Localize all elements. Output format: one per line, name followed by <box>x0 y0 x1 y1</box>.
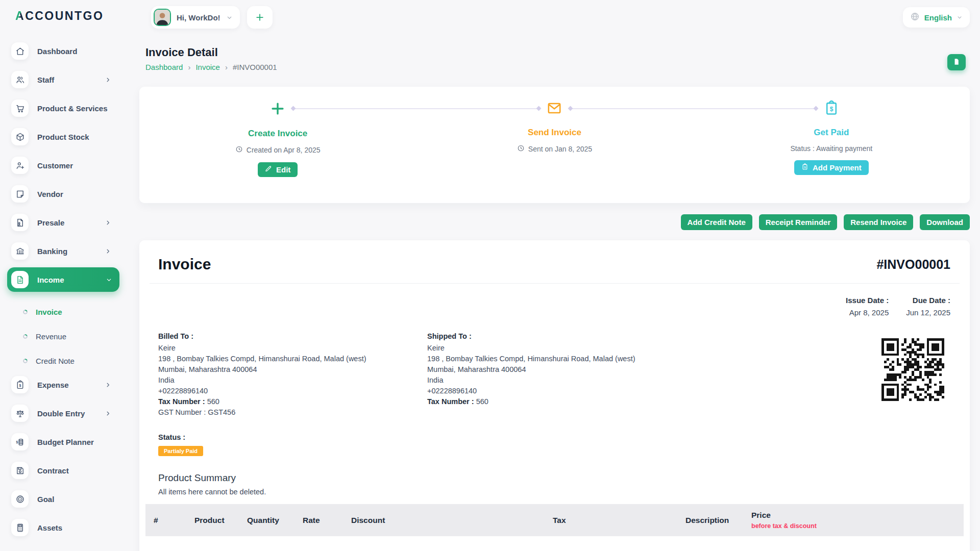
svg-text:$: $ <box>804 166 805 169</box>
issue-date-value: Apr 8, 2025 <box>846 308 889 317</box>
breadcrumb-separator: › <box>225 63 228 71</box>
sidebar-item-double-entry[interactable]: Double Entry <box>11 405 122 422</box>
cell-tax: CGST (5.5%)$8.25 <box>545 536 677 551</box>
stepper-connector <box>571 108 816 109</box>
invoice-stepper: Create InvoiceCreated on Apr 8, 2025Edit… <box>139 87 970 203</box>
pencil-icon <box>265 165 272 174</box>
cube-icon <box>11 128 29 145</box>
sidebar-item-goal[interactable]: Goal <box>11 490 122 508</box>
user-menu[interactable]: Hi, WorkDo! <box>151 6 240 29</box>
download-button[interactable]: Download <box>920 214 970 230</box>
svg-text:$: $ <box>16 440 18 444</box>
sidebar-item-banking[interactable]: Banking <box>11 242 122 260</box>
invoice-dates: Issue Date : Apr 8, 2025 Due Date : Jun … <box>139 284 970 317</box>
step-title: Get Paid <box>814 128 849 138</box>
party-line: +02228896140 <box>427 386 696 396</box>
page-title: Invoice Detail <box>145 46 970 59</box>
sidebar-item-label: Vendor <box>37 190 63 198</box>
sidebar-subitem-invoice[interactable]: Invoice <box>11 299 122 324</box>
plus-icon <box>255 12 265 22</box>
sidebar-item-income[interactable]: Income <box>7 267 119 292</box>
sidebar-item-product-stock[interactable]: Product Stock <box>11 128 122 145</box>
chevron-down-icon <box>226 14 233 21</box>
sidebar-item-label: Dashboard <box>37 47 77 56</box>
product-summary: Product Summary All items here cannot be… <box>139 472 970 496</box>
resend-invoice-button[interactable]: Resend Invoice <box>844 214 913 230</box>
clipboard-dollar-icon: $ <box>11 376 29 393</box>
chevron-right-icon <box>105 248 111 255</box>
sidebar-item-label: Product Stock <box>37 133 89 141</box>
cell-product: Bicycle parts <box>186 536 239 551</box>
sidebar-subitem-label: Revenue <box>36 332 66 341</box>
breadcrumb-link-invoice[interactable]: Invoice <box>195 63 220 71</box>
sidebar-item-contract[interactable]: Contract <box>11 462 122 479</box>
app-logo[interactable]: ACCOUNTGO <box>15 9 122 23</box>
due-date: Due Date : Jun 12, 2025 <box>906 296 950 317</box>
logo-text: CCOUNTGO <box>25 9 104 22</box>
sidebar-item-product-services[interactable]: Product & Services <box>11 99 122 117</box>
invoice-document: Invoice #INVO00001 Issue Date : Apr 8, 2… <box>139 240 970 551</box>
add-credit-note-button[interactable]: Add Credit Note <box>681 214 752 230</box>
column-header-product: Product <box>186 504 239 536</box>
sidebar-item-label: Income <box>37 276 64 284</box>
breadcrumb-separator: › <box>188 63 190 71</box>
cell-quantity: 1 (Inch) <box>239 536 295 551</box>
column-header-: # <box>145 504 186 536</box>
step-title: Create Invoice <box>248 129 307 139</box>
sidebar-item-label: Staff <box>37 76 54 84</box>
party-line: India <box>427 375 696 386</box>
add-payment-button[interactable]: $Add Payment <box>794 160 869 175</box>
chevron-down-icon <box>106 277 112 283</box>
issue-date: Issue Date : Apr 8, 2025 <box>846 296 889 317</box>
ring-icon <box>22 334 28 339</box>
step-meta-text: Created on Apr 8, 2025 <box>247 146 321 154</box>
chevron-right-icon <box>105 219 111 226</box>
clock-icon <box>235 145 243 155</box>
party-line: 198 , Bombay Talkies Compd, Himanshurai … <box>158 354 427 364</box>
step-meta: Status : Awaiting payment <box>790 144 872 153</box>
party-extra: Tax Number : 560 <box>427 396 696 407</box>
party-line: 198 , Bombay Talkies Compd, Himanshurai … <box>427 354 696 364</box>
sidebar-item-label: Goal <box>37 495 54 504</box>
sidebar-item-staff[interactable]: Staff <box>11 71 122 88</box>
invoice-header: Invoice #INVO00001 <box>139 240 970 283</box>
logo-first-letter: A <box>15 9 25 22</box>
coins-icon: $ <box>11 433 29 450</box>
sidebar-item-customer[interactable]: Customer <box>11 157 122 174</box>
ring-icon <box>22 358 28 364</box>
product-summary-note: All items here cannot be deleted. <box>158 488 951 496</box>
breadcrumb-link-dashboard[interactable]: Dashboard <box>145 63 183 71</box>
language-selector[interactable]: English <box>903 7 970 28</box>
party-extra: GST Number : GST456 <box>158 407 427 418</box>
sidebar-item-presale[interactable]: Presale <box>11 214 122 231</box>
sidebar-item-vendor[interactable]: Vendor <box>11 185 122 203</box>
sidebar-item-dashboard[interactable]: Dashboard <box>11 42 122 60</box>
sidebar-item-budget-planner[interactable]: $Budget Planner <box>11 433 122 450</box>
cell-price: $150.00 <box>743 536 964 551</box>
step-send-invoice: Send InvoiceSent on Jan 8, 2025 <box>416 87 693 203</box>
add-button[interactable] <box>247 6 273 29</box>
cell-rate: $150.00 <box>295 536 343 551</box>
sidebar: ACCOUNTGO DashboardStaffProduct & Servic… <box>0 0 122 551</box>
step-meta-text: Sent on Jan 8, 2025 <box>528 145 592 153</box>
svg-text:$: $ <box>19 384 21 388</box>
invoice-title: Invoice <box>158 256 211 273</box>
qr-wrap <box>881 332 944 418</box>
cell-description: - <box>677 536 743 551</box>
invoice-preview-button[interactable] <box>947 54 966 70</box>
column-header-description: Description <box>677 504 743 536</box>
sidebar-subitem-revenue[interactable]: Revenue <box>11 324 122 348</box>
chevron-right-icon <box>105 77 111 83</box>
language-label: English <box>924 13 952 22</box>
product-summary-title: Product Summary <box>158 472 951 484</box>
mail-icon <box>546 100 562 116</box>
receipt-reminder-button[interactable]: Receipt Reminder <box>759 214 838 230</box>
cart-icon <box>11 99 29 117</box>
home-icon <box>11 42 29 60</box>
edit-button[interactable]: Edit <box>258 162 298 177</box>
sidebar-subitem-credit-note[interactable]: Credit Note <box>11 348 122 373</box>
party-label: Shipped To : <box>427 332 696 340</box>
sidebar-item-assets[interactable]: Assets <box>11 519 122 536</box>
sidebar-item-expense[interactable]: $Expense <box>11 376 122 393</box>
sidebar-subitem-label: Credit Note <box>36 357 75 365</box>
